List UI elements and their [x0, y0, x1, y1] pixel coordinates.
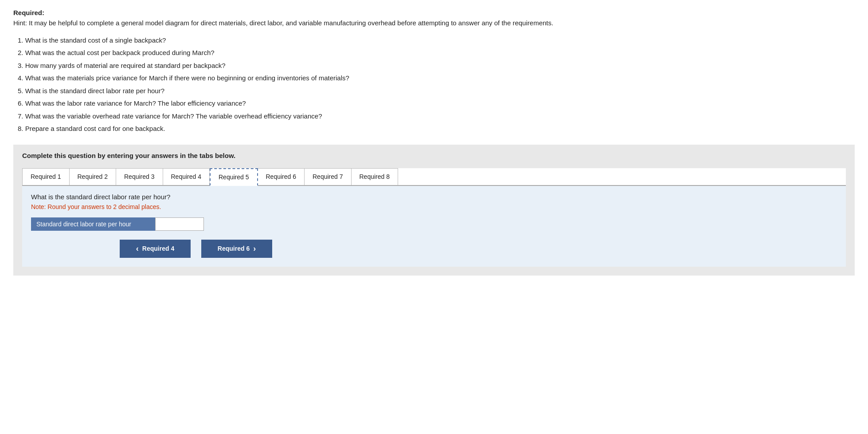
question-item: 4. What was the materials price variance…	[18, 73, 855, 83]
question-item: 6. What was the labor rate variance for …	[18, 99, 855, 109]
nav-buttons: Required 4 Required 6	[31, 240, 837, 258]
forward-button[interactable]: Required 6	[201, 240, 272, 258]
tab-req2[interactable]: Required 2	[70, 168, 117, 185]
tab-req8[interactable]: Required 8	[352, 168, 399, 185]
back-button[interactable]: Required 4	[120, 240, 191, 258]
question-item: 2. What was the actual cost per backpack…	[18, 48, 855, 58]
question-item: 7. What was the variable overhead rate v…	[18, 111, 855, 122]
required-label: Required:	[13, 9, 855, 16]
tab-req6[interactable]: Required 6	[258, 168, 305, 185]
questions-list: 1. What is the standard cost of a single…	[13, 36, 855, 134]
tab-question: What is the standard direct labor rate p…	[31, 193, 837, 201]
question-item: 5. What is the standard direct labor rat…	[18, 86, 855, 96]
tab-note: Note: Round your answers to 2 decimal pl…	[31, 203, 837, 210]
tab-content: What is the standard direct labor rate p…	[22, 186, 846, 267]
tab-req3[interactable]: Required 3	[116, 168, 163, 185]
tab-req5[interactable]: Required 5	[210, 168, 258, 186]
complete-box-label: Complete this question by entering your …	[22, 152, 846, 159]
hint-text: Hint: It may be helpful to complete a ge…	[13, 18, 855, 28]
answer-label: Standard direct labor rate per hour	[31, 217, 155, 231]
question-item: 1. What is the standard cost of a single…	[18, 36, 855, 46]
answer-input[interactable]	[155, 217, 204, 231]
question-item: 3. How many yards of material are requir…	[18, 61, 855, 71]
question-item: 8. Prepare a standard cost card for one …	[18, 124, 855, 134]
tab-req7[interactable]: Required 7	[305, 168, 352, 185]
back-button-label: Required 4	[142, 245, 174, 252]
chevron-right-icon	[253, 244, 256, 253]
tab-req1[interactable]: Required 1	[22, 168, 70, 185]
tab-req4[interactable]: Required 4	[163, 168, 210, 185]
forward-button-label: Required 6	[218, 245, 250, 252]
tabs-container: Required 1Required 2Required 3Required 4…	[22, 168, 846, 186]
answer-row: Standard direct labor rate per hour	[31, 217, 837, 231]
chevron-left-icon	[136, 244, 139, 253]
complete-box: Complete this question by entering your …	[13, 145, 855, 276]
